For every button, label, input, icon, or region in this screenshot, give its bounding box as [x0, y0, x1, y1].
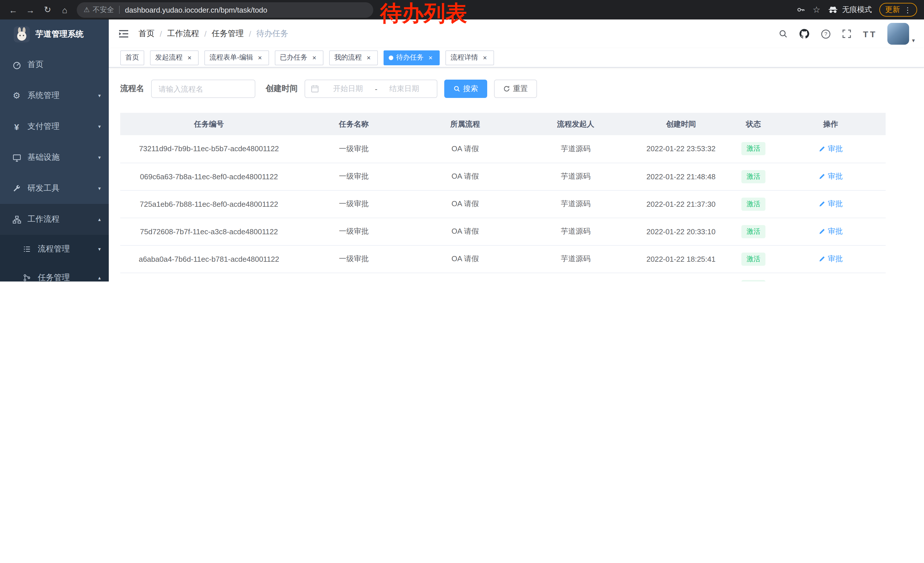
navbar-actions: ? T T ▾ [779, 23, 915, 45]
tab-close-icon[interactable]: × [256, 54, 264, 62]
tab-start-process[interactable]: 发起流程 × [150, 50, 199, 65]
help-icon[interactable]: ? [821, 29, 831, 39]
sidebar-item-label: 流程管理 [38, 244, 70, 254]
search-button-label: 搜索 [463, 84, 478, 94]
status-badge: 激活 [741, 225, 765, 238]
font-size-icon[interactable]: T T [863, 29, 876, 39]
sidebar-item-payment[interactable]: ¥ 支付管理 ▾ [0, 111, 109, 142]
url-bar[interactable]: ⚠ 不安全 dashboard.yudao.iocoder.cn/bpm/tas… [77, 2, 373, 18]
cell-create-time: 2022-01-22 21:37:30 [631, 190, 731, 218]
tab-process-detail[interactable]: 流程详情 × [446, 50, 494, 65]
user-menu[interactable]: ▾ [887, 23, 915, 45]
sidebar-item-workflow[interactable]: 工作流程 ▴ [0, 204, 109, 235]
browser-menu-dots-icon[interactable]: ⋮ [904, 6, 911, 14]
status-badge: 激活 [741, 280, 765, 281]
cell-starter: 芋道源码 [520, 218, 631, 245]
incognito-label: 无痕模式 [842, 5, 872, 15]
fullscreen-icon[interactable] [842, 29, 852, 38]
branch-icon [22, 274, 32, 281]
logo-title: 芋道管理系统 [36, 29, 84, 39]
browser-update-menu[interactable]: 更新 ⋮ [879, 3, 917, 17]
status-badge: 激活 [741, 170, 765, 183]
cell-process: OA 请假 [410, 135, 520, 163]
process-name-input[interactable] [151, 80, 255, 98]
browser-right-controls: ☆ 无痕模式 更新 ⋮ [796, 3, 920, 17]
approve-link[interactable]: 审批 [819, 144, 843, 154]
annotation-overlay-text: 待办列表 [380, 2, 467, 26]
end-date-placeholder: 结束日期 [377, 84, 431, 94]
tab-todo-tasks[interactable]: 待办任务 × [384, 50, 440, 65]
cell-starter: 芋道源码 [520, 245, 631, 273]
table-row: 73211d9d-7b9b-11ec-b5b7-acde48001122 一级审… [120, 135, 886, 163]
cell-process: OA 请假 [410, 218, 520, 245]
approve-link[interactable]: 审批 [819, 199, 843, 209]
sidebar-toggle-icon[interactable] [118, 29, 129, 38]
sidebar-item-devtools[interactable]: 研发工具 ▾ [0, 173, 109, 204]
tab-label: 首页 [125, 53, 139, 62]
tab-label: 流程表单-编辑 [210, 53, 253, 62]
sidebar-item-process-management[interactable]: 流程管理 ▾ [0, 235, 109, 263]
tab-close-icon[interactable]: × [481, 54, 489, 62]
tab-my-process[interactable]: 我的流程 × [329, 50, 378, 65]
breadcrumb-home[interactable]: 首页 [138, 29, 154, 39]
app-root: 芋道管理系统 首页 ⚙ 系统管理 ▾ ¥ 支付管理 ▾ [0, 20, 924, 281]
update-label: 更新 [885, 5, 900, 15]
sidebar-item-task-management[interactable]: 任务管理 ▴ [0, 263, 109, 281]
cell-task-name: 一级审批 [298, 163, 410, 190]
tab-done-tasks[interactable]: 已办任务 × [275, 50, 324, 65]
cell-process: OA 请假 [410, 163, 520, 190]
chevron-down-icon: ▾ [98, 186, 101, 191]
approve-link[interactable]: 审批 [819, 226, 843, 237]
approve-link[interactable]: 审批 [819, 171, 843, 182]
approve-label: 审批 [828, 144, 843, 154]
github-icon[interactable] [800, 29, 810, 39]
cell-create-time: 2022-01-22 18:25:41 [631, 245, 731, 273]
browser-forward-icon[interactable]: → [22, 5, 39, 15]
browser-reload-icon[interactable]: ↻ [39, 5, 56, 15]
tab-close-icon[interactable]: × [186, 54, 194, 62]
sidebar: 芋道管理系统 首页 ⚙ 系统管理 ▾ ¥ 支付管理 ▾ [0, 20, 109, 281]
tab-close-icon[interactable]: × [364, 54, 373, 62]
logo-image [14, 26, 30, 42]
breadcrumb-task-management[interactable]: 任务管理 [212, 29, 244, 39]
start-date-placeholder: 开始日期 [321, 84, 375, 94]
sidebar-item-label: 首页 [27, 60, 44, 70]
sidebar-item-infrastructure[interactable]: 基础设施 ▾ [0, 142, 109, 173]
column-header-create-time: 创建时间 [631, 113, 731, 135]
tab-home[interactable]: 首页 [120, 50, 144, 65]
app-logo[interactable]: 芋道管理系统 [0, 20, 109, 49]
sidebar-item-system[interactable]: ⚙ 系统管理 ▾ [0, 80, 109, 111]
date-range-picker[interactable]: 开始日期 - 结束日期 [304, 80, 437, 98]
search-icon[interactable] [779, 29, 788, 38]
reset-button[interactable]: 重置 [494, 80, 537, 98]
approve-link[interactable]: 审批 [819, 254, 843, 264]
tags-view-bar: 首页 发起流程 × 流程表单-编辑 × 已办任务 × 我的流程 × [109, 48, 924, 68]
breadcrumb-workflow[interactable]: 工作流程 [167, 29, 199, 39]
bookmark-star-icon[interactable]: ☆ [813, 5, 820, 15]
password-key-icon[interactable] [796, 5, 805, 14]
sidebar-item-label: 基础设施 [27, 152, 60, 163]
tab-process-form-edit[interactable]: 流程表单-编辑 × [204, 50, 269, 65]
sidebar-item-label: 工作流程 [27, 214, 60, 225]
column-header-task-id: 任务编号 [120, 113, 298, 135]
table-row: 725a1eb6-7b88-11ec-8ef0-acde48001122 一级审… [120, 190, 886, 218]
sidebar-item-label: 系统管理 [27, 90, 60, 101]
cell-task-name: 一级审批 [298, 190, 410, 218]
approve-label: 审批 [828, 199, 843, 209]
chevron-up-icon: ▴ [98, 275, 101, 281]
tab-close-icon[interactable]: × [426, 54, 435, 62]
monitor-icon [12, 153, 22, 162]
search-button[interactable]: 搜索 [444, 80, 487, 98]
browser-back-icon[interactable]: ← [4, 5, 22, 15]
omnibox-divider [119, 6, 120, 14]
tab-label: 待办任务 [396, 53, 424, 62]
tab-close-icon[interactable]: × [310, 54, 318, 62]
approve-label: 审批 [828, 171, 843, 182]
avatar[interactable] [887, 23, 909, 45]
sidebar-item-label: 支付管理 [27, 122, 60, 132]
caret-down-icon: ▾ [912, 37, 915, 45]
chevron-down-icon: ▾ [98, 155, 101, 161]
browser-home-icon[interactable]: ⌂ [56, 5, 73, 15]
todo-table: 任务编号 任务名称 所属流程 流程发起人 创建时间 状态 操作 73211d9d… [109, 98, 924, 281]
sidebar-item-home[interactable]: 首页 [0, 49, 109, 80]
